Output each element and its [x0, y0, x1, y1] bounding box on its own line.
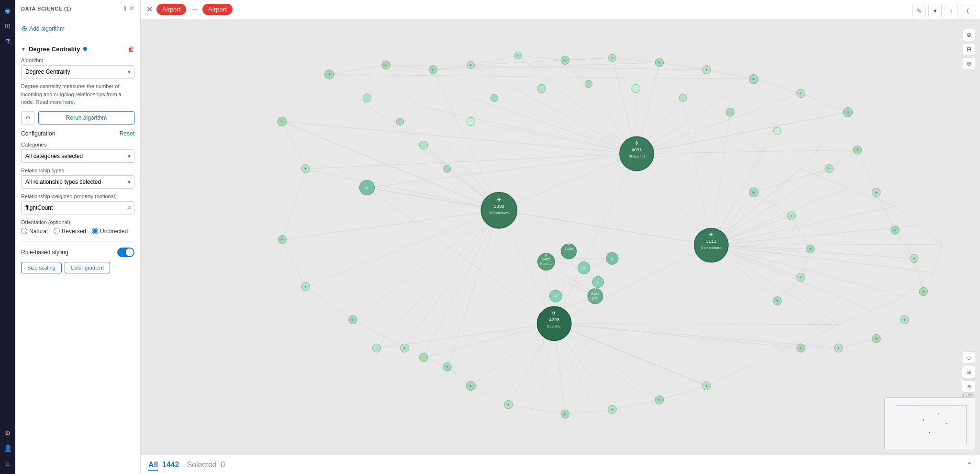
svg-point-202 [726, 108, 735, 116]
svg-text:✈: ✈ [657, 61, 661, 65]
icon-bar-home[interactable]: ⌂ [1, 457, 14, 470]
svg-text:✈: ✈ [611, 56, 614, 60]
filter-tool-button[interactable]: ⊘ [963, 29, 975, 41]
svg-text:✈: ✈ [913, 257, 916, 261]
svg-text:1434: 1434 [565, 247, 573, 251]
bottom-chevron-button[interactable]: ⌃ [967, 461, 972, 469]
all-label: All [148, 461, 158, 471]
svg-text:1465: 1465 [542, 257, 551, 261]
svg-point-195 [444, 165, 451, 173]
layout-tool-button[interactable]: ⊙ [963, 351, 975, 364]
gear-button[interactable]: ⚙ [21, 111, 34, 124]
categories-select-wrapper: All categories selected ▼ [21, 149, 134, 163]
rule-based-toggle[interactable] [117, 248, 134, 257]
icon-bar-table[interactable]: ⊞ [1, 19, 14, 33]
svg-text:...: ... [568, 251, 570, 255]
query-close-button[interactable]: ✕ [146, 6, 153, 13]
collapse-panel-button[interactable]: ⟨ [961, 4, 974, 17]
svg-text:✈: ✈ [875, 337, 878, 341]
svg-text:✈: ✈ [776, 299, 779, 303]
svg-text:✈: ✈ [799, 275, 802, 280]
reset-link[interactable]: Reset [120, 130, 134, 137]
svg-text:✈: ✈ [846, 110, 850, 114]
svg-text:✈: ✈ [752, 191, 756, 195]
size-scaling-button[interactable]: Size scaling [21, 262, 62, 273]
svg-text:✈: ✈ [705, 68, 708, 72]
selected-count: 0 [221, 461, 225, 469]
svg-text:✈: ✈ [351, 318, 355, 322]
add-algorithm-button[interactable]: ⊕ Add algorithm [21, 21, 134, 36]
svg-text:✈: ✈ [497, 196, 501, 203]
orientation-reversed-label: Reversed [62, 228, 86, 235]
svg-text:✈: ✈ [516, 54, 520, 58]
algorithm-select-wrapper: Degree Centrality ▼ [21, 65, 134, 79]
svg-text:✈: ✈ [469, 63, 472, 68]
svg-text:✈: ✈ [469, 384, 472, 388]
rel-weighted-input[interactable] [21, 201, 134, 214]
clear-rel-weighted-button[interactable]: ✕ [127, 204, 132, 211]
svg-point-197 [490, 94, 498, 102]
selected-text: Selected [187, 461, 217, 469]
minimap [884, 397, 975, 450]
icon-bar-settings[interactable]: ⚙ [1, 426, 14, 440]
icon-bar: ◉ ⊞ ⚗ ⚙ 👤 ⌂ [0, 0, 15, 474]
svg-text:✈: ✈ [611, 257, 614, 261]
svg-text:✈: ✈ [431, 68, 434, 72]
svg-point-284 [920, 404, 921, 405]
color-gradient-button[interactable]: Color gradient [65, 262, 110, 273]
icon-bar-algo[interactable]: ⚗ [1, 34, 14, 48]
right-toolbar: ✎ ▾ ↑ ⟨ [906, 0, 980, 21]
orientation-undirected[interactable]: Undirected [92, 228, 128, 235]
rel-weighted-input-wrapper: ✕ [21, 201, 134, 214]
info-icon[interactable]: ℹ [124, 5, 126, 12]
svg-text:✈: ✈ [544, 253, 548, 258]
side-graph-tools: ⊘ ⊟ ⊕ [963, 29, 975, 70]
query-node1[interactable]: Airport [156, 4, 186, 15]
algo-header: ▼ Degree Centrality 🗑 [21, 45, 134, 53]
icon-bar-graph[interactable]: ◉ [1, 4, 14, 17]
pan-tool-button[interactable]: ⊕ [963, 380, 975, 393]
svg-point-289 [920, 439, 921, 440]
minimap-svg [885, 398, 975, 450]
svg-text:✈: ✈ [403, 346, 406, 350]
svg-text:✈: ✈ [752, 77, 756, 81]
svg-point-203 [773, 127, 781, 135]
zoom-level-label: 1.18% [962, 393, 975, 397]
svg-text:✈: ✈ [893, 228, 897, 233]
categories-select[interactable]: All categories selected [21, 149, 134, 163]
close-icon[interactable]: ✕ [129, 5, 134, 12]
selected-label: Selected 0 [187, 461, 225, 469]
graph-canvas[interactable]: ✈ ✈ ✈ ✈ ✈ ✈ ✈ ✈ ✈ ✈ ✈ ✈ ✈ ✈ ✈ ✈ ✈ ✈ ✈ ✈ [141, 24, 980, 474]
query-bar: ✕ Airport → Airport [141, 0, 980, 19]
rule-based-label: Rule-based styling [21, 249, 68, 256]
algorithm-select[interactable]: Degree Centrality [21, 65, 134, 79]
relationship-types-label: Relationship types [21, 168, 134, 173]
sidebar-title: DATA SCIENCE (1) [21, 6, 71, 11]
relationship-types-select[interactable]: All relationship types selected [21, 175, 134, 189]
rerun-button[interactable]: Rerun algorithm [38, 111, 134, 124]
export-toolbar-button[interactable]: ↑ [945, 4, 958, 17]
orientation-reversed[interactable]: Reversed [54, 228, 86, 235]
styling-section: Rule-based styling Size scaling Color gr… [21, 241, 134, 273]
collapse-icon[interactable]: ▼ [21, 46, 26, 52]
orientation-natural[interactable]: Natural [21, 228, 48, 235]
configuration-label: Configuration [21, 130, 55, 137]
delete-algo-button[interactable]: 🗑 [128, 45, 134, 53]
orientation-natural-label: Natural [29, 228, 48, 235]
categories-label: Categories [21, 142, 134, 147]
edit-toolbar-button[interactable]: ✎ [912, 4, 925, 17]
table-tool-button[interactable]: ⊟ [963, 43, 975, 56]
svg-point-290 [946, 439, 947, 440]
fullscreen-tool-button[interactable]: ⊞ [963, 366, 975, 378]
bottom-bar: All 1442 Selected 0 ⌃ [141, 455, 980, 474]
chevron-toolbar-button[interactable]: ▾ [928, 4, 942, 17]
svg-text:✈: ✈ [280, 120, 284, 124]
icon-bar-user[interactable]: 👤 [1, 441, 14, 455]
svg-text:✈: ✈ [922, 290, 925, 294]
algo-tool-button[interactable]: ⊕ [963, 57, 975, 70]
plus-circle-icon: ⊕ [21, 24, 27, 33]
here-link[interactable]: here [63, 99, 74, 105]
relationship-types-select-wrapper: All relationship types selected ▼ [21, 175, 134, 189]
svg-text:✈: ✈ [875, 191, 878, 195]
query-node2[interactable]: Airport [202, 4, 232, 15]
